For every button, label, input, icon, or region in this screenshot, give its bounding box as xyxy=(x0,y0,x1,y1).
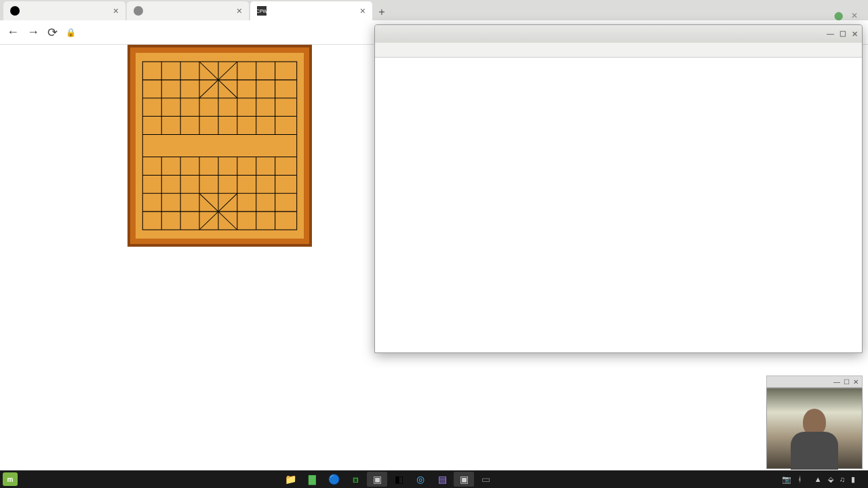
webcam-titlebar[interactable]: —☐✕ xyxy=(766,375,863,388)
system-tray: 📷 ᚼ ▲ ⬙ ♫ ▮ xyxy=(782,475,865,484)
taskbar: m 📁 ▇ 🔵 ⧈ ▣ ◧ ◎ ▤ ▣ ▭ 📷 ᚼ ▲ ⬙ ♫ ▮ xyxy=(0,470,868,488)
taskbar-files2[interactable]: ▇ xyxy=(302,472,322,487)
camera-icon[interactable]: 📷 xyxy=(782,475,791,484)
svg-rect-0 xyxy=(142,62,296,230)
terminal-output[interactable] xyxy=(375,58,862,71)
minimize-icon[interactable] xyxy=(817,11,827,20)
wifi-icon[interactable]: ⬙ xyxy=(828,475,833,484)
maximize-icon[interactable]: ☐ xyxy=(840,30,846,39)
minimize-icon[interactable]: — xyxy=(827,30,834,39)
lock-icon: 🔒 xyxy=(66,28,76,37)
tab-github[interactable]: × xyxy=(3,1,125,20)
close-icon[interactable]: ✕ xyxy=(850,11,859,20)
terminal-titlebar[interactable]: —☐✕ xyxy=(375,25,862,43)
forward-button[interactable]: → xyxy=(27,25,39,39)
battery-icon[interactable]: ▮ xyxy=(851,475,855,484)
webcam-feed xyxy=(766,388,863,469)
terminal-menubar xyxy=(375,43,862,58)
back-button[interactable]: ← xyxy=(7,25,19,39)
tab-xiangqi[interactable]: × xyxy=(127,1,249,20)
taskbar-terminal2[interactable]: ▣ xyxy=(454,472,474,487)
bluetooth-icon[interactable]: ᚼ xyxy=(797,475,802,483)
minimize-icon[interactable]: — xyxy=(833,378,840,386)
taskbar-terminal[interactable]: ▣ xyxy=(367,472,387,487)
maximize-icon[interactable]: ⬤ xyxy=(833,11,843,20)
taskbar-screenshot[interactable]: ◎ xyxy=(410,472,431,487)
taskbar-app[interactable]: ◧ xyxy=(389,472,409,487)
tab-cpw[interactable]: CPW × xyxy=(250,1,372,20)
close-icon[interactable]: × xyxy=(113,5,119,16)
cpw-icon: CPW xyxy=(257,6,267,16)
site-icon xyxy=(134,6,143,16)
terminal-window[interactable]: —☐✕ xyxy=(374,24,863,353)
xiangqi-board-image xyxy=(127,45,312,247)
network-icon[interactable]: ▲ xyxy=(814,475,822,483)
close-icon[interactable]: × xyxy=(360,5,366,16)
taskbar-monitor[interactable]: ⧈ xyxy=(345,472,366,487)
browser-tabs: × × CPW × + ⬤ ✕ xyxy=(0,0,868,20)
taskbar-files[interactable]: 📁 xyxy=(280,472,300,487)
github-icon xyxy=(10,6,20,16)
maximize-icon[interactable]: ☐ xyxy=(844,378,850,386)
webcam-window[interactable]: —☐✕ xyxy=(766,375,863,470)
taskbar-chrome[interactable]: 🔵 xyxy=(323,472,344,487)
reload-button[interactable]: ⟳ xyxy=(47,25,58,40)
close-icon[interactable]: × xyxy=(237,5,242,16)
music-icon[interactable]: ♫ xyxy=(840,475,845,483)
close-icon[interactable]: ✕ xyxy=(853,378,859,386)
taskbar-window[interactable]: ▭ xyxy=(475,472,496,487)
close-icon[interactable]: ✕ xyxy=(852,30,858,39)
mint-menu-button[interactable]: m xyxy=(3,472,18,486)
new-tab-button[interactable]: + xyxy=(374,4,390,20)
taskbar-editor[interactable]: ▤ xyxy=(432,472,452,487)
